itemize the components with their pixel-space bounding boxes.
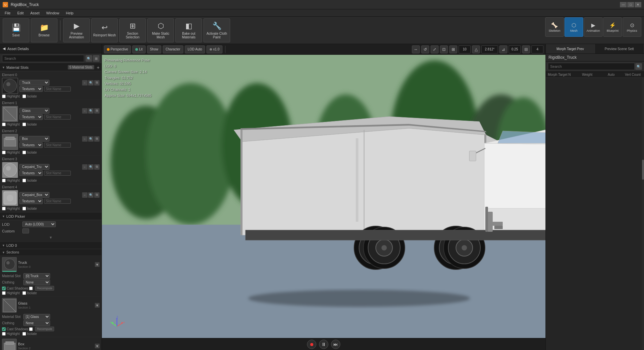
- angle-input[interactable]: [481, 45, 498, 53]
- blueprint-mode-button[interactable]: ⚡ Blueprint: [603, 17, 622, 37]
- material-slots-section-header[interactable]: ▼ Material Slots 5 Material Slots +: [0, 64, 102, 71]
- material-2-arrow-left[interactable]: ←: [82, 136, 88, 142]
- section-0-recompute-btn[interactable]: Recompute: [35, 286, 54, 291]
- material-4-highlight[interactable]: [2, 207, 6, 210]
- zoom-button[interactable]: ⊕ x1.0: [206, 45, 222, 53]
- viewport-canvas[interactable]: X Y Z Previewing Reference Pose LOD: 0 C…: [102, 55, 545, 338]
- grid-view-button[interactable]: ⊞: [93, 55, 100, 62]
- section-1-isolate[interactable]: [22, 332, 26, 336]
- minimize-button[interactable]: —: [620, 2, 627, 7]
- layers-button[interactable]: ⊟: [522, 45, 530, 53]
- material-0-textures-select[interactable]: Textures: [19, 86, 43, 92]
- material-3-textures-select[interactable]: Textures: [19, 170, 43, 176]
- preview-scene-tab[interactable]: Preview Scene Sett: [595, 44, 644, 53]
- add-slot-button[interactable]: +: [97, 65, 100, 70]
- scale-snap-input[interactable]: [509, 45, 521, 53]
- material-4-textures-select[interactable]: Textures: [19, 198, 43, 204]
- maximize-button[interactable]: □: [627, 2, 634, 7]
- material-3-search[interactable]: 🔍: [88, 164, 94, 170]
- save-button[interactable]: 💾 Save: [3, 18, 29, 42]
- material-3-arrow-left[interactable]: ←: [82, 164, 88, 170]
- material-3-copy[interactable]: ⧉: [94, 164, 100, 170]
- material-2-highlight[interactable]: [2, 151, 6, 154]
- section-selection-button[interactable]: ⊞ Section Selection: [119, 18, 146, 42]
- section-0-clothing-select[interactable]: None: [23, 280, 50, 285]
- menu-window[interactable]: Window: [43, 10, 62, 16]
- material-4-arrow-left[interactable]: ←: [82, 192, 88, 198]
- material-3-name-select[interactable]: Carpaint_Tru: [19, 164, 49, 170]
- material-4-slot-name[interactable]: [44, 199, 71, 204]
- grid-size-input[interactable]: [459, 45, 471, 53]
- material-1-highlight[interactable]: [2, 123, 6, 126]
- section-0-cast-shadows[interactable]: [2, 287, 6, 290]
- show-button[interactable]: Show: [147, 45, 161, 53]
- material-4-isolate[interactable]: [22, 207, 26, 210]
- perspective-dropdown-button[interactable]: Perspective: [104, 45, 131, 53]
- scale-button[interactable]: ⤢: [431, 45, 439, 53]
- menu-file[interactable]: File: [2, 10, 13, 16]
- pause-button[interactable]: ⏸: [319, 340, 328, 349]
- section-0-mat-slot-select[interactable]: [0] Truck: [23, 273, 50, 279]
- make-static-mesh-button[interactable]: ⬡ Make Static Mesh: [147, 18, 174, 42]
- skeleton-mode-button[interactable]: 🦴 Skeleton: [545, 17, 564, 37]
- section-1-expand[interactable]: ▼: [95, 303, 100, 308]
- material-2-name-select[interactable]: Box: [19, 136, 49, 142]
- forward-button[interactable]: ⏭: [331, 340, 340, 349]
- lit-button[interactable]: Lit: [132, 45, 146, 53]
- material-1-search[interactable]: 🔍: [88, 108, 94, 114]
- section-1-cast-shadows[interactable]: [2, 327, 6, 331]
- menu-asset[interactable]: Asset: [28, 10, 42, 16]
- browse-button[interactable]: 📁 Browse: [31, 18, 57, 42]
- search-input[interactable]: [2, 55, 84, 62]
- right-panel-scrollbar[interactable]: [642, 78, 644, 350]
- lod-picker-section-header[interactable]: ▼ LOD Picker: [0, 213, 102, 220]
- material-1-copy[interactable]: ⧉: [94, 108, 100, 114]
- material-3-slot-name[interactable]: [44, 171, 71, 176]
- surface-button[interactable]: ⊡: [440, 45, 448, 53]
- material-2-textures-select[interactable]: Textures: [19, 142, 43, 148]
- material-2-search[interactable]: 🔍: [88, 136, 94, 142]
- material-0-search[interactable]: 🔍: [88, 80, 94, 85]
- mesh-mode-button[interactable]: ⬡ Mesh: [565, 17, 583, 37]
- section-0-recompute-check[interactable]: [29, 287, 33, 290]
- material-1-textures-select[interactable]: Textures: [19, 114, 43, 120]
- lod-auto-button[interactable]: LOD Auto: [185, 45, 205, 53]
- material-3-isolate[interactable]: [22, 179, 26, 182]
- material-0-name-select[interactable]: Truck: [19, 80, 49, 85]
- lod0-section-header[interactable]: ▼ LOD 0: [0, 242, 102, 249]
- section-1-mat-slot-select[interactable]: [1] Glass: [23, 314, 50, 320]
- material-0-isolate[interactable]: [22, 95, 26, 98]
- material-1-slot-name[interactable]: [44, 115, 71, 120]
- material-0-highlight[interactable]: [2, 95, 6, 98]
- lod-select[interactable]: Auto (LOD0) LOD0 LOD1 LOD2: [22, 221, 56, 227]
- rotate-button[interactable]: ↺: [421, 45, 429, 53]
- material-1-arrow-left[interactable]: ←: [82, 108, 88, 114]
- lod-expand-button[interactable]: ▼: [2, 235, 100, 240]
- menu-edit[interactable]: Edit: [15, 10, 26, 16]
- scale-snap-button[interactable]: ⊿: [499, 45, 507, 53]
- character-button[interactable]: Character: [163, 45, 183, 53]
- material-4-search[interactable]: 🔍: [88, 192, 94, 198]
- reimport-mesh-button[interactable]: ↩ Reimport Mesh: [91, 18, 118, 42]
- material-4-copy[interactable]: ⧉: [94, 192, 100, 198]
- material-1-isolate[interactable]: [22, 123, 26, 126]
- material-1-name-select[interactable]: Glass: [19, 108, 49, 114]
- material-2-copy[interactable]: ⧉: [94, 136, 100, 142]
- material-0-copy[interactable]: ⧉: [94, 80, 100, 85]
- material-3-highlight[interactable]: [2, 179, 6, 182]
- material-0-slot-name[interactable]: [44, 86, 71, 92]
- preview-animation-button[interactable]: ▶ Preview Animation: [63, 18, 90, 42]
- sections-sub-header[interactable]: ▼ Sections: [0, 249, 102, 256]
- material-4-name-select[interactable]: Carpaint_Box: [19, 192, 49, 198]
- grid-button[interactable]: ⊞: [449, 45, 457, 53]
- physics-mode-button[interactable]: ⊙ Physics: [623, 17, 641, 37]
- section-1-recompute-btn[interactable]: Recompute: [35, 327, 54, 331]
- scrollbar-thumb[interactable]: [642, 160, 644, 180]
- section-1-highlight[interactable]: [2, 332, 6, 336]
- section-0-expand[interactable]: ▼: [95, 262, 100, 267]
- animation-mode-button[interactable]: ▶ Animation: [584, 17, 603, 37]
- close-button[interactable]: ✕: [635, 2, 641, 7]
- morph-target-tab[interactable]: Morph Target Prev: [546, 44, 595, 53]
- custom-input[interactable]: [22, 228, 29, 233]
- search-button[interactable]: 🔍: [86, 55, 92, 62]
